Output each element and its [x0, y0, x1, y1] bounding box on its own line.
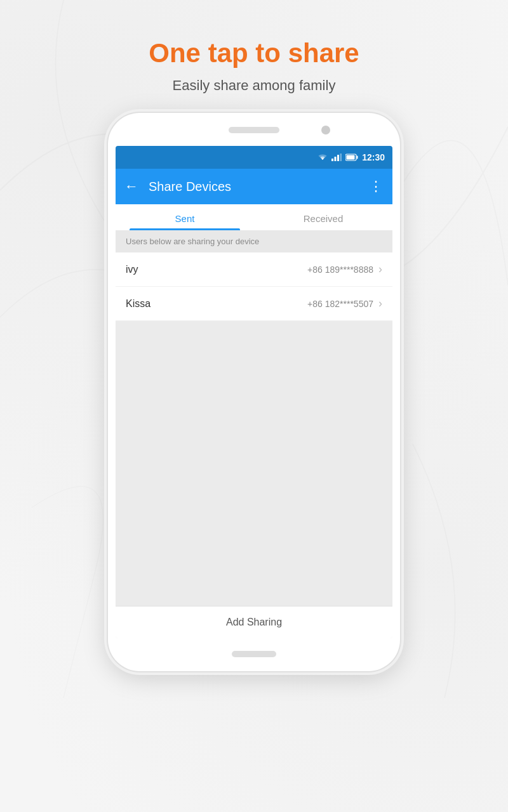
menu-button[interactable]: ⋮ [369, 178, 384, 195]
user-item-ivy[interactable]: ivy +86 189****8888 › [116, 252, 392, 287]
svg-rect-5 [357, 156, 358, 159]
battery-icon [345, 154, 358, 161]
phone-home-button [232, 651, 276, 657]
svg-rect-2 [337, 155, 339, 161]
phone-screen: 12:30 ← Share Devices ⋮ Sent Received Us… [116, 146, 392, 638]
section-label: Users below are sharing your device [116, 230, 392, 252]
add-sharing-bar: Add Sharing [116, 606, 392, 638]
chevron-right-icon-ivy: › [378, 263, 382, 276]
user-item-kissa[interactable]: Kissa +86 182****5507 › [116, 287, 392, 321]
phone-camera [321, 126, 330, 134]
user-name-ivy: ivy [126, 264, 138, 275]
tab-sent[interactable]: Sent [116, 204, 254, 230]
signal-icon [331, 154, 342, 161]
status-icons: 12:30 [318, 152, 385, 162]
user-phone-kissa: +86 182****5507 [307, 299, 373, 309]
phone-speaker [229, 127, 279, 133]
chevron-right-icon-kissa: › [378, 297, 382, 310]
phone-mockup: 12:30 ← Share Devices ⋮ Sent Received Us… [108, 113, 400, 671]
page-title: One tap to share [149, 38, 359, 69]
svg-rect-3 [340, 154, 342, 161]
tab-received[interactable]: Received [254, 204, 392, 230]
svg-rect-0 [331, 159, 333, 161]
page-subtitle: Easily share among family [173, 77, 336, 94]
content-filler [116, 321, 392, 606]
svg-rect-6 [347, 155, 355, 160]
tabs-row: Sent Received [116, 204, 392, 230]
user-name-kissa: Kissa [126, 298, 150, 310]
back-button[interactable]: ← [124, 178, 138, 195]
app-bar-title: Share Devices [149, 180, 369, 194]
tabs-container: Sent Received [116, 204, 392, 230]
status-time: 12:30 [362, 152, 385, 162]
wifi-icon [318, 154, 328, 161]
user-list: ivy +86 189****8888 › Kissa +86 182****5… [116, 252, 392, 321]
add-sharing-button[interactable]: Add Sharing [226, 617, 282, 627]
status-bar: 12:30 [116, 146, 392, 169]
app-bar: ← Share Devices ⋮ [116, 169, 392, 204]
user-phone-ivy: +86 189****8888 [307, 265, 373, 275]
svg-rect-1 [335, 157, 337, 161]
